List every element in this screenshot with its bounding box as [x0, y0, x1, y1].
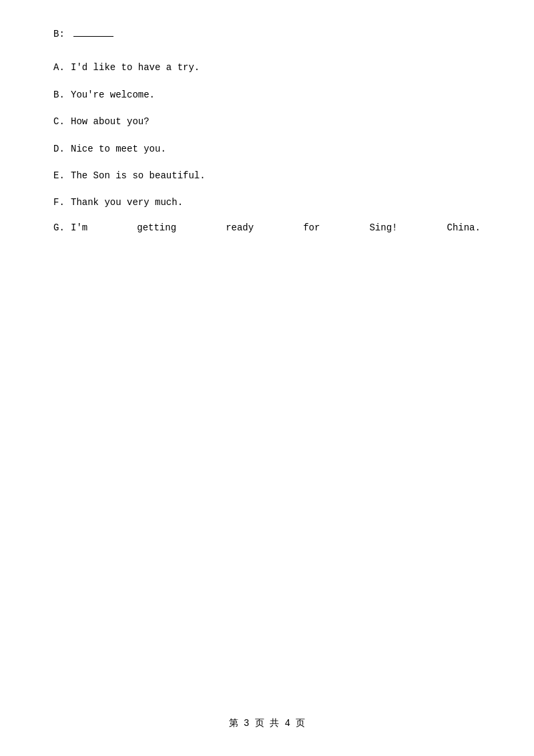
- g-word1: I'm: [71, 222, 87, 233]
- e-label: E.: [53, 168, 67, 183]
- a-label: A.: [53, 60, 67, 75]
- a-text: I'd like to have a try.: [71, 60, 200, 75]
- g-word3: ready: [226, 222, 254, 233]
- d-label: D.: [53, 142, 67, 156]
- f-label: F.: [53, 195, 67, 210]
- e-text: The Son is so beautiful.: [71, 168, 206, 183]
- g-words: I'm getting ready for Sing! China.: [71, 222, 481, 233]
- b-label: B:: [53, 27, 67, 41]
- b-blank: [73, 36, 113, 37]
- line-g: G. I'm getting ready for Sing! China.: [53, 222, 481, 233]
- g-word2: getting: [137, 222, 176, 233]
- line-f: F. Thank you very much.: [53, 195, 481, 210]
- page-content: B: A. I'd like to have a try. B. You're …: [0, 0, 534, 272]
- g-word6: China.: [447, 222, 481, 233]
- f-text: Thank you very much.: [71, 195, 183, 210]
- line-c: C. How about you?: [53, 114, 481, 129]
- line-e: E. The Son is so beautiful.: [53, 168, 481, 183]
- footer-text: 第 3 页 共 4 页: [229, 718, 306, 729]
- b-option-text: You're welcome.: [71, 87, 155, 102]
- g-word4: for: [303, 222, 320, 233]
- b-option-label: B.: [53, 87, 67, 102]
- g-word5: Sing!: [369, 222, 397, 233]
- d-text: Nice to meet you.: [71, 142, 166, 156]
- page-footer: 第 3 页 共 4 页: [0, 717, 534, 729]
- c-text: How about you?: [71, 114, 150, 129]
- line-b: B:: [53, 27, 481, 41]
- line-a: A. I'd like to have a try.: [53, 60, 481, 75]
- line-d: D. Nice to meet you.: [53, 142, 481, 156]
- g-label: G.: [53, 222, 67, 233]
- c-label: C.: [53, 114, 67, 129]
- line-b-option: B. You're welcome.: [53, 87, 481, 102]
